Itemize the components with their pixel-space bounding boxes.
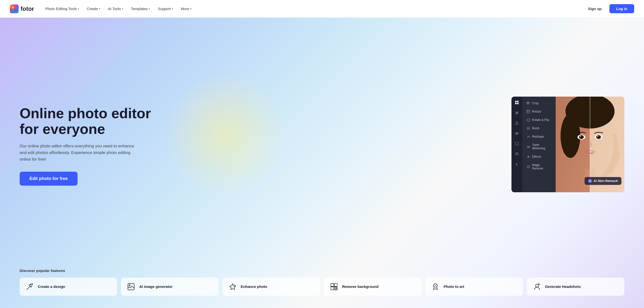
crop-icon [527, 101, 530, 105]
logo-icon [10, 4, 19, 13]
feature-label-photo-art: Photo to art [444, 284, 464, 289]
reshape-icon [527, 135, 530, 138]
svg-point-59 [129, 285, 130, 286]
svg-rect-9 [516, 113, 518, 113]
resize-icon [527, 110, 530, 113]
eye-icon[interactable] [514, 130, 520, 136]
nav-item-ai-tools[interactable]: AI Tools ▾ [104, 5, 127, 13]
menu-rotate[interactable]: Rotate & Flip [524, 116, 554, 124]
login-button[interactable]: Log in [610, 4, 634, 13]
nav-item-more[interactable]: More ▾ [178, 5, 195, 13]
svg-point-38 [560, 114, 580, 158]
svg-rect-5 [517, 101, 518, 102]
nav-item-support[interactable]: Support ▾ [154, 5, 176, 13]
nav-item-templates[interactable]: Templates ▾ [128, 5, 154, 13]
svg-rect-58 [128, 284, 134, 290]
ai-gen-icon [126, 282, 136, 291]
feature-card-headshots[interactable]: Generate Headshots [527, 278, 624, 296]
menu-crop[interactable]: Crop [524, 100, 554, 107]
feature-label-enhance: Enhance photo [241, 284, 267, 289]
menu-effects[interactable]: Effects [524, 153, 554, 160]
editor-panel: T [512, 97, 556, 192]
grid-icon[interactable] [514, 100, 520, 105]
svg-rect-60 [331, 284, 334, 287]
feature-card-ai-image[interactable]: AI image generator [121, 278, 218, 296]
feature-card-enhance[interactable]: Enhance photo [222, 278, 320, 296]
chevron-down-icon: ▾ [172, 7, 173, 10]
svg-point-12 [516, 112, 516, 112]
blush-icon [527, 127, 530, 130]
wand-icon [25, 282, 34, 291]
svg-point-67 [539, 284, 540, 285]
nav-item-create[interactable]: Create ▾ [84, 5, 104, 13]
svg-point-66 [536, 284, 538, 287]
svg-point-42 [580, 136, 581, 137]
logo[interactable]: fotor [10, 4, 34, 13]
svg-point-19 [516, 153, 517, 154]
svg-point-50 [578, 142, 578, 142]
nav-actions: Sign up Log in [583, 4, 634, 13]
features-section: Discover popular features Create a desig… [0, 269, 644, 308]
editor-menu: Crop Resize [522, 97, 556, 192]
menu-magic[interactable]: Magic Remove [524, 161, 554, 172]
signup-button[interactable]: Sign up [583, 5, 606, 13]
chevron-down-icon: ▾ [99, 7, 100, 10]
svg-point-20 [517, 153, 518, 154]
menu-blush[interactable]: Blush [524, 125, 554, 132]
feature-card-remove-bg[interactable]: Remove background [324, 278, 422, 296]
svg-rect-2 [12, 9, 14, 11]
photo-preview: T [512, 97, 624, 192]
edit-photo-button[interactable]: Edit photo for free [20, 172, 78, 186]
svg-rect-0 [12, 6, 14, 8]
effects-icon [527, 155, 530, 158]
feature-card-photo-art[interactable]: Photo to art [425, 278, 523, 296]
svg-point-54 [589, 180, 591, 182]
svg-point-48 [579, 144, 579, 145]
flask-icon[interactable] [514, 120, 520, 126]
discover-label: Discover popular features [20, 269, 624, 273]
svg-rect-3 [14, 9, 17, 11]
svg-point-47 [577, 143, 578, 143]
hero-section: Online photo editor for everyone Our onl… [0, 18, 644, 308]
hero-image: T [497, 97, 624, 195]
menu-teeth[interactable]: Teeth Whitening [524, 141, 554, 152]
svg-point-46 [597, 136, 598, 137]
feature-label-headshots: Generate Headshots [545, 284, 581, 289]
editor-sidebar: T [512, 97, 522, 192]
square-icon[interactable] [514, 141, 520, 147]
svg-rect-4 [515, 101, 516, 102]
headshots-icon [532, 282, 542, 291]
menu-reshape[interactable]: Reshape [524, 133, 554, 140]
ai-badge: AI Skin Retouch [584, 177, 622, 185]
chevron-down-icon: ▾ [122, 7, 123, 10]
nav-item-photo-editing[interactable]: Photo Editing Tools ▾ [42, 5, 82, 13]
feature-label-ai-image: AI image generator [139, 284, 172, 289]
svg-rect-7 [517, 103, 518, 104]
feature-card-create-design[interactable]: Create a design [20, 278, 117, 296]
sliders-icon[interactable] [514, 110, 520, 116]
svg-point-13 [517, 112, 518, 113]
text-icon[interactable]: T [514, 161, 520, 167]
hero-title: Online photo editor for everyone [20, 105, 162, 137]
svg-point-49 [576, 145, 576, 145]
rotate-icon [527, 118, 530, 122]
menu-resize[interactable]: Resize [524, 108, 554, 115]
features-grid: Create a design AI image generator [20, 278, 624, 296]
navigation: fotor Photo Editing Tools ▾ Create ▾ AI … [0, 0, 644, 18]
svg-rect-18 [516, 142, 518, 145]
people-icon[interactable] [514, 151, 520, 157]
svg-rect-62 [331, 287, 334, 290]
hero-subtitle: Our online photo editor offers everythin… [20, 143, 138, 163]
svg-text:T: T [516, 163, 518, 166]
chevron-down-icon: ▾ [190, 7, 192, 10]
ai-badge-icon [588, 179, 592, 183]
chevron-down-icon: ▾ [78, 7, 79, 10]
svg-point-14 [516, 113, 517, 114]
nav-links: Photo Editing Tools ▾ Create ▾ AI Tools … [42, 5, 583, 13]
photo-face: AI Skin Retouch [556, 97, 624, 192]
svg-rect-24 [527, 110, 530, 113]
magic-icon [527, 165, 530, 168]
enhance-icon [228, 282, 237, 291]
logo-text: fotor [20, 5, 34, 12]
hero-content: Online photo editor for everyone Our onl… [0, 18, 644, 269]
